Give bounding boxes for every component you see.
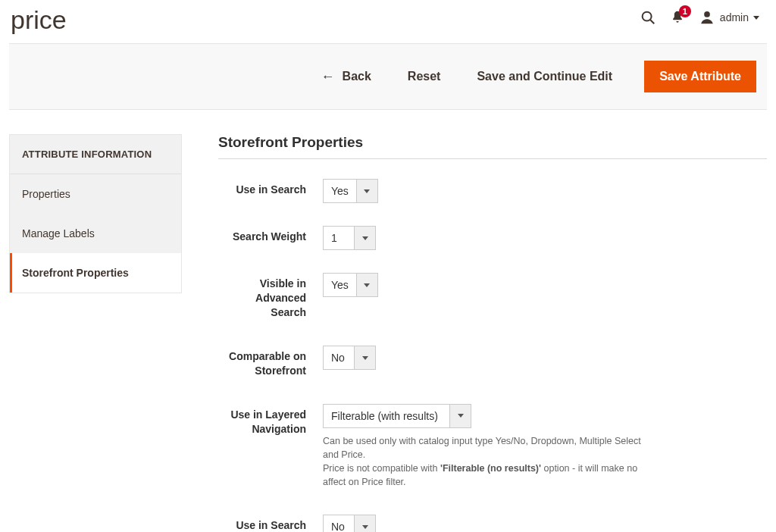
save-continue-button-label: Save and Continue Edit — [477, 70, 612, 83]
reset-button[interactable]: Reset — [403, 69, 446, 84]
select-value: Yes — [324, 180, 356, 202]
back-button[interactable]: ← Back — [317, 68, 376, 86]
page-title: price — [11, 6, 67, 34]
header-actions: 1 admin — [640, 9, 759, 26]
field-layered-navigation: Use in Layered Navigation Filterable (wi… — [218, 404, 767, 490]
field-use-in-search: Use in Search Yes — [218, 179, 767, 203]
account-username: admin — [720, 11, 749, 23]
field-label: Use in Search Results Layered Navigation — [218, 515, 323, 532]
field-label: Use in Layered Navigation — [218, 404, 323, 437]
sidebar: ATTRIBUTE INFORMATION Properties Manage … — [9, 134, 182, 293]
select-value: No — [324, 515, 354, 532]
chevron-down-icon — [354, 346, 375, 369]
select-value: No — [324, 346, 354, 369]
layered-navigation-select[interactable]: Filterable (with results) — [323, 404, 471, 428]
sidebar-item-label: Manage Labels — [22, 227, 95, 239]
comparable-storefront-select[interactable]: No — [323, 346, 376, 370]
search-weight-select[interactable]: 1 — [323, 226, 376, 250]
search-icon[interactable] — [640, 9, 656, 26]
action-toolbar: ← Back Reset Save and Continue Edit Save… — [9, 43, 767, 110]
sidebar-item-storefront-properties[interactable]: Storefront Properties — [10, 253, 181, 293]
chevron-down-icon — [753, 16, 759, 20]
field-search-weight: Search Weight 1 — [218, 226, 767, 250]
field-note: Can be used only with catalog input type… — [323, 434, 649, 490]
sidebar-item-label: Properties — [22, 188, 70, 200]
field-comparable-storefront: Comparable on Storefront No — [218, 346, 767, 378]
field-label: Comparable on Storefront — [218, 346, 323, 378]
section-title: Storefront Properties — [218, 134, 767, 151]
field-visible-advanced-search: Visible in Advanced Search Yes — [218, 273, 767, 320]
svg-point-2 — [704, 11, 710, 17]
save-attribute-button[interactable]: Save Attribute — [644, 61, 756, 92]
chevron-down-icon — [354, 515, 375, 532]
sidebar-item-label: Storefront Properties — [22, 267, 129, 279]
notification-count-badge: 1 — [679, 5, 691, 17]
save-attribute-button-label: Save Attribute — [659, 70, 741, 83]
use-in-search-select[interactable]: Yes — [323, 179, 378, 203]
field-label: Use in Search — [218, 179, 323, 197]
back-button-label: Back — [343, 70, 371, 83]
chevron-down-icon — [356, 274, 377, 296]
chevron-down-icon — [354, 227, 375, 249]
select-value: 1 — [324, 227, 354, 249]
account-menu[interactable]: admin — [699, 9, 759, 26]
field-label: Visible in Advanced Search — [218, 273, 323, 320]
select-value: Filterable (with results) — [324, 405, 449, 427]
svg-line-1 — [650, 20, 654, 23]
notifications-icon[interactable]: 1 — [670, 10, 685, 25]
chevron-down-icon — [356, 180, 377, 202]
search-results-layered-select[interactable]: No — [323, 515, 376, 532]
sidebar-heading: ATTRIBUTE INFORMATION — [10, 135, 181, 174]
sidebar-item-properties[interactable]: Properties — [10, 174, 181, 214]
field-search-results-layered: Use in Search Results Layered Navigation… — [218, 515, 767, 532]
reset-button-label: Reset — [408, 70, 441, 83]
save-continue-button[interactable]: Save and Continue Edit — [472, 69, 617, 84]
chevron-down-icon — [449, 405, 471, 427]
field-label: Search Weight — [218, 226, 323, 244]
select-value: Yes — [324, 274, 356, 296]
main-panel: Storefront Properties Use in Search Yes … — [218, 134, 767, 532]
sidebar-item-manage-labels[interactable]: Manage Labels — [10, 214, 181, 253]
arrow-left-icon: ← — [321, 69, 335, 85]
section-divider — [218, 158, 767, 159]
visible-advanced-search-select[interactable]: Yes — [323, 273, 378, 297]
svg-point-0 — [643, 12, 652, 21]
